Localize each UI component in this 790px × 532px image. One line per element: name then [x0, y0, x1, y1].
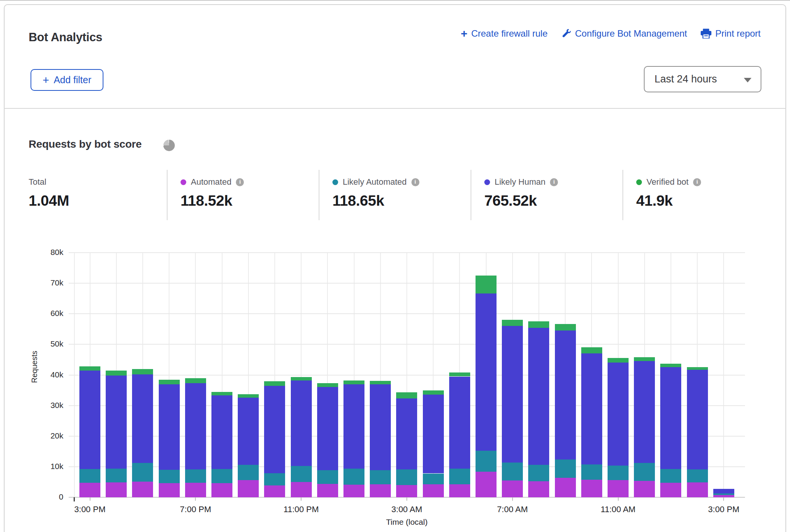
bar-segment-verified-bot[interactable]: [291, 377, 312, 380]
bar-segment-verified-bot[interactable]: [79, 366, 100, 371]
bar-segment-automated[interactable]: [370, 484, 391, 497]
bar-segment-verified-bot[interactable]: [634, 357, 655, 361]
bar-segment-automated[interactable]: [608, 480, 629, 497]
bar-segment-automated[interactable]: [687, 482, 708, 497]
bar-segment-verified-bot[interactable]: [555, 324, 576, 330]
bar-segment-likely-automated[interactable]: [449, 469, 470, 485]
bar-segment-likely-human[interactable]: [211, 395, 232, 469]
bar-segment-likely-human[interactable]: [476, 293, 497, 451]
bar-segment-likely-human[interactable]: [159, 384, 180, 470]
bar-segment-likely-human[interactable]: [634, 361, 655, 463]
bar-segment-likely-human[interactable]: [343, 384, 364, 469]
bar-segment-likely-human[interactable]: [238, 398, 259, 465]
bar-segment-likely-human[interactable]: [608, 363, 629, 466]
bar-segment-automated[interactable]: [132, 482, 153, 497]
bar-segment-verified-bot[interactable]: [370, 381, 391, 385]
bar-segment-automated[interactable]: [264, 485, 285, 497]
bar-segment-automated[interactable]: [291, 482, 312, 497]
bar-segment-likely-automated[interactable]: [528, 465, 549, 481]
bar-segment-likely-human[interactable]: [79, 371, 100, 469]
bar-segment-verified-bot[interactable]: [423, 390, 444, 395]
bar-segment-likely-human[interactable]: [581, 353, 602, 464]
bar-segment-automated[interactable]: [634, 481, 655, 497]
bar-segment-automated[interactable]: [449, 484, 470, 497]
bar-segment-likely-automated[interactable]: [555, 459, 576, 477]
bar-segment-likely-automated[interactable]: [132, 463, 153, 482]
bar-segment-automated[interactable]: [555, 478, 576, 497]
bar-segment-verified-bot[interactable]: [343, 380, 364, 384]
bar-segment-verified-bot[interactable]: [396, 392, 417, 398]
bar-segment-likely-human[interactable]: [264, 386, 285, 473]
bar-segment-likely-automated[interactable]: [502, 463, 523, 480]
bar-segment-automated[interactable]: [528, 481, 549, 497]
bar-segment-automated[interactable]: [317, 484, 338, 497]
bar-segment-likely-human[interactable]: [132, 374, 153, 463]
bar-segment-automated[interactable]: [106, 482, 127, 497]
bar-segment-automated[interactable]: [423, 484, 444, 497]
bar-segment-automated[interactable]: [343, 485, 364, 497]
y-gridline: [69, 252, 745, 253]
bar-segment-automated[interactable]: [581, 480, 602, 497]
bar-segment-likely-human[interactable]: [555, 330, 576, 460]
bar-segment-likely-automated[interactable]: [185, 469, 206, 482]
bar-segment-likely-human[interactable]: [185, 383, 206, 469]
bar-segment-likely-human[interactable]: [317, 387, 338, 470]
bar-segment-likely-human[interactable]: [528, 328, 549, 465]
bar-segment-likely-automated[interactable]: [660, 469, 681, 482]
bar-segment-verified-bot[interactable]: [581, 347, 602, 353]
bar-segment-verified-bot[interactable]: [317, 383, 338, 387]
bar-segment-verified-bot[interactable]: [185, 378, 206, 383]
bar-segment-automated[interactable]: [211, 483, 232, 497]
bar-segment-verified-bot[interactable]: [687, 367, 708, 370]
y-axis-title: Requests: [30, 360, 39, 383]
bar-segment-likely-human[interactable]: [106, 376, 127, 469]
bar-segment-automated[interactable]: [238, 480, 259, 497]
bar-segment-verified-bot[interactable]: [660, 364, 681, 367]
bar-segment-verified-bot[interactable]: [132, 369, 153, 374]
bar-segment-likely-automated[interactable]: [476, 451, 497, 471]
bar-segment-verified-bot[interactable]: [211, 392, 232, 396]
bar-segment-automated[interactable]: [396, 485, 417, 497]
bar-segment-likely-automated[interactable]: [687, 469, 708, 482]
bar-segment-likely-automated[interactable]: [211, 469, 232, 483]
bar-segment-verified-bot[interactable]: [476, 276, 497, 293]
bar-segment-likely-human[interactable]: [291, 380, 312, 466]
bar-segment-likely-automated[interactable]: [634, 463, 655, 480]
bar-segment-verified-bot[interactable]: [106, 371, 127, 376]
bar-segment-likely-automated[interactable]: [370, 470, 391, 484]
bar-segment-likely-human[interactable]: [370, 384, 391, 470]
bar-segment-likely-human[interactable]: [687, 370, 708, 469]
bar-segment-likely-automated[interactable]: [581, 464, 602, 479]
bar-segment-verified-bot[interactable]: [502, 320, 523, 326]
bar-segment-likely-automated[interactable]: [423, 474, 444, 485]
bar-segment-likely-human[interactable]: [396, 398, 417, 469]
bar-segment-likely-automated[interactable]: [291, 466, 312, 482]
bar-segment-likely-automated[interactable]: [238, 465, 259, 480]
bar-segment-verified-bot[interactable]: [449, 372, 470, 376]
bar-segment-likely-automated[interactable]: [396, 469, 417, 485]
bar-segment-automated[interactable]: [660, 483, 681, 497]
bar-segment-likely-automated[interactable]: [317, 470, 338, 484]
bar-segment-likely-automated[interactable]: [713, 493, 734, 495]
bar-segment-automated[interactable]: [159, 483, 180, 497]
bar-segment-automated[interactable]: [476, 472, 497, 497]
bar-segment-verified-bot[interactable]: [528, 321, 549, 328]
bar-segment-likely-automated[interactable]: [264, 473, 285, 485]
bar-segment-likely-automated[interactable]: [79, 469, 100, 482]
bar-segment-likely-human[interactable]: [713, 489, 734, 493]
bar-segment-likely-human[interactable]: [660, 367, 681, 469]
bar-segment-likely-automated[interactable]: [608, 466, 629, 480]
bar-segment-likely-automated[interactable]: [106, 469, 127, 482]
bar-segment-likely-human[interactable]: [449, 377, 470, 469]
bar-segment-automated[interactable]: [502, 480, 523, 497]
bar-segment-verified-bot[interactable]: [238, 394, 259, 398]
bar-segment-automated[interactable]: [185, 483, 206, 497]
bar-segment-likely-human[interactable]: [502, 326, 523, 462]
bar-segment-likely-automated[interactable]: [159, 470, 180, 483]
bar-segment-likely-automated[interactable]: [343, 469, 364, 485]
bar-segment-likely-human[interactable]: [423, 395, 444, 474]
bar-segment-verified-bot[interactable]: [608, 358, 629, 363]
bar-segment-automated[interactable]: [79, 483, 100, 497]
bar-segment-verified-bot[interactable]: [264, 381, 285, 386]
bar-segment-verified-bot[interactable]: [159, 380, 180, 385]
